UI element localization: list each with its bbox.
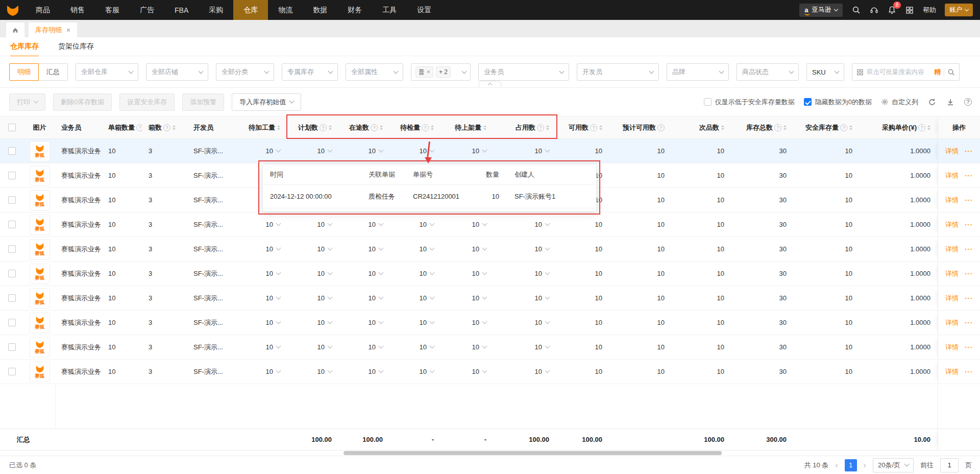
expand-detail-caret-icon[interactable] [276, 368, 281, 373]
nav-item-6[interactable]: 仓库 [233, 0, 268, 20]
col-header-boxes[interactable]: 箱数? [142, 116, 187, 138]
filter-select-6[interactable]: 业务员 [478, 63, 569, 81]
expand-detail-caret-icon[interactable] [276, 344, 281, 349]
table-row[interactable]: 赛狐赛狐演示业务103SF-演示...101010101010101010301… [0, 212, 980, 237]
more-actions-icon[interactable]: ··· [965, 368, 973, 375]
prev-page-button[interactable]: ‹ [835, 461, 838, 469]
expand-detail-caret-icon[interactable] [482, 295, 487, 300]
scrollbar-thumb[interactable] [344, 451, 722, 455]
support-headset-icon[interactable] [869, 6, 878, 15]
nav-item-9[interactable]: 财务 [337, 0, 372, 20]
expand-detail-caret-icon[interactable] [545, 148, 550, 153]
table-row[interactable]: 赛狐赛狐演示业务103SF-演示...101010101010101010301… [0, 311, 980, 335]
apps-grid-icon[interactable] [905, 6, 914, 15]
more-actions-icon[interactable]: ··· [965, 147, 973, 155]
more-actions-icon[interactable]: ··· [965, 221, 973, 228]
col-header-purchase_price[interactable]: 采购单价(¥)? [860, 116, 938, 138]
help-link[interactable]: 帮助 [923, 6, 936, 15]
help-icon[interactable]: ? [918, 124, 925, 131]
only-below-safety-checkbox[interactable] [704, 98, 712, 106]
marketplace-selector[interactable]: a 亚马逊 [799, 4, 843, 17]
more-actions-icon[interactable]: ··· [965, 196, 973, 204]
expand-detail-caret-icon[interactable] [379, 270, 384, 275]
expand-detail-caret-icon[interactable] [379, 344, 384, 349]
detail-link[interactable]: 详情 [945, 245, 959, 254]
expand-detail-caret-icon[interactable] [276, 221, 281, 226]
product-image[interactable]: 赛狐 [30, 337, 50, 358]
expand-detail-caret-icon[interactable] [482, 148, 487, 153]
help-icon[interactable]: ? [774, 124, 781, 131]
subtab-0[interactable]: 仓库库存 [10, 37, 39, 56]
expand-detail-caret-icon[interactable] [328, 319, 333, 324]
row-checkbox[interactable] [8, 147, 16, 155]
subtab-1[interactable]: 货架位库存 [58, 37, 94, 56]
nav-item-8[interactable]: 数据 [303, 0, 337, 20]
expand-detail-caret-icon[interactable] [276, 270, 281, 275]
sort-icon[interactable] [927, 125, 930, 130]
expand-detail-caret-icon[interactable] [482, 270, 487, 275]
help-icon[interactable]: ? [964, 98, 972, 106]
sort-icon[interactable] [483, 125, 486, 130]
col-header-occupied[interactable]: 占用数? [494, 116, 556, 138]
more-actions-icon[interactable]: ··· [965, 343, 973, 351]
expand-detail-caret-icon[interactable] [328, 148, 333, 153]
custom-columns-button[interactable]: 自定义列 [881, 98, 918, 107]
product-image[interactable]: 赛狐 [30, 141, 50, 161]
filter-select-3[interactable]: 专属库存 [282, 63, 338, 81]
expand-detail-caret-icon[interactable] [379, 368, 384, 373]
expand-detail-caret-icon[interactable] [430, 246, 435, 251]
expand-detail-caret-icon[interactable] [482, 221, 487, 226]
help-icon[interactable]: ? [320, 124, 327, 131]
more-actions-icon[interactable]: ··· [965, 270, 973, 277]
more-actions-icon[interactable]: ··· [965, 172, 973, 179]
download-icon[interactable] [946, 98, 955, 107]
expand-detail-caret-icon[interactable] [430, 319, 435, 324]
sort-icon[interactable] [599, 125, 602, 130]
only-below-safety-filter[interactable]: 仅显示低于安全库存量数据 [704, 98, 795, 107]
detail-link[interactable]: 详情 [945, 196, 959, 205]
filter-select-9[interactable]: 商品状态 [737, 63, 799, 81]
detail-link[interactable]: 详情 [945, 171, 959, 180]
expand-detail-caret-icon[interactable] [328, 295, 333, 300]
help-icon[interactable]: ? [136, 124, 142, 131]
more-actions-icon[interactable]: ··· [965, 245, 973, 253]
search-input[interactable] [867, 68, 931, 76]
search-icon[interactable] [851, 6, 861, 15]
view-detail-button[interactable]: 明细 [9, 63, 39, 81]
detail-link[interactable]: 详情 [945, 220, 959, 229]
row-checkbox[interactable] [8, 221, 16, 228]
sort-icon[interactable] [329, 125, 332, 130]
batch-search-icon[interactable] [856, 68, 864, 76]
detail-link[interactable]: 详情 [945, 367, 959, 376]
sort-icon[interactable] [546, 125, 549, 130]
nav-item-11[interactable]: 设置 [407, 0, 442, 20]
expand-detail-caret-icon[interactable] [430, 270, 435, 275]
nav-item-5[interactable]: 采购 [199, 0, 233, 20]
help-icon[interactable]: ? [590, 124, 597, 131]
col-header-planned[interactable]: 计划数? [287, 116, 339, 138]
filter-select-10[interactable]: SKU [806, 63, 844, 81]
product-image[interactable]: 赛狐 [30, 239, 50, 259]
import-initial-stock-button[interactable]: 导入库存初始值 [232, 93, 301, 111]
delete-zero-stock-button[interactable]: 删除0库存数据 [53, 93, 112, 111]
product-image[interactable]: 赛狐 [30, 165, 50, 186]
nav-item-7[interactable]: 物流 [268, 0, 303, 20]
table-row[interactable]: 赛狐赛狐演示业务103SF-演示...101010101010101010301… [0, 139, 980, 163]
row-checkbox[interactable] [8, 172, 16, 179]
expand-detail-caret-icon[interactable] [430, 344, 435, 349]
product-image[interactable]: 赛狐 [30, 190, 50, 210]
expand-detail-caret-icon[interactable] [430, 221, 435, 226]
product-image[interactable]: 赛狐 [30, 313, 50, 333]
table-row[interactable]: 赛狐赛狐演示业务103SF-演示...101010101010101010301… [0, 237, 980, 262]
row-checkbox[interactable] [8, 196, 16, 204]
row-checkbox[interactable] [8, 270, 16, 277]
select-all-checkbox[interactable] [8, 124, 16, 131]
expand-detail-caret-icon[interactable] [328, 368, 333, 373]
refresh-icon[interactable] [927, 98, 937, 107]
notifications-bell-icon[interactable]: 8 [887, 6, 896, 15]
expand-detail-caret-icon[interactable] [276, 319, 281, 324]
expand-detail-caret-icon[interactable] [482, 368, 487, 373]
col-header-in_transit[interactable]: 在途数? [339, 116, 390, 138]
table-row[interactable]: 赛狐赛狐演示业务103SF-演示...101010101010101010301… [0, 262, 980, 286]
expand-detail-caret-icon[interactable] [545, 246, 550, 251]
